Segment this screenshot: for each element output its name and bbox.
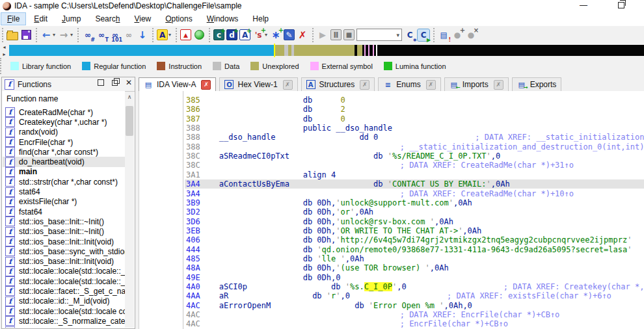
edit-icon[interactable]: ✎ — [284, 29, 295, 40]
ida-view-content[interactable]: 385db 0386db 2387db 0388public __dso_han… — [139, 91, 644, 329]
search-values-icon[interactable]: ∞# — [82, 29, 94, 41]
menu-options[interactable]: Options — [159, 13, 198, 25]
database-script-icon[interactable]: ▤! — [438, 29, 449, 41]
make-string-icon[interactable]: A+ — [239, 29, 250, 40]
menu-search[interactable]: Search — [89, 13, 126, 25]
tab-imports[interactable]: ▤←Imports✗ — [444, 77, 509, 91]
function-list-item[interactable]: f — [3, 326, 125, 328]
tab-hex-view-1[interactable]: OHex View-1✗ — [219, 77, 297, 91]
search-binary-icon[interactable]: ∞101 — [109, 29, 121, 41]
disasm-line[interactable]: 485db 'lle ',0Ah — [139, 254, 644, 263]
function-list-item[interactable]: fstd::ios_base::sync_with_stdio(b — [3, 246, 125, 256]
menu-help[interactable]: Help — [247, 13, 275, 25]
disasm-line[interactable]: 38CaSReadmeCI0pTxtdb '%s/README_C_I_0P.T… — [139, 151, 644, 161]
disasm-line[interactable]: 387db 0 — [139, 114, 644, 124]
menu-windows[interactable]: Windows — [201, 13, 245, 25]
disasm-line[interactable]: 388; __static_initialization_and_destruc… — [139, 142, 644, 151]
function-list-item[interactable]: fstd::ios_base::Init::Init(void) — [3, 237, 125, 246]
panel-restore-icon[interactable] — [112, 80, 118, 86]
disasm-line[interactable]: 4AC; DATA XREF: EncrFile(char *)+CB↑o — [139, 310, 644, 319]
function-list-item[interactable]: fstd::locale::locale(std::locale::_In — [3, 267, 125, 276]
function-list-item[interactable]: fstd::ios_base::Init::~Init() — [3, 217, 125, 226]
tab-enums[interactable]: ≡Enums✗ — [378, 77, 440, 91]
function-list-item[interactable]: fCreateRadMe(char *) — [3, 107, 125, 117]
open-file-icon[interactable] — [7, 29, 18, 41]
jump-address-icon[interactable]: ↓ — [137, 29, 148, 41]
panel-close-icon[interactable]: ✕ — [126, 79, 132, 86]
disasm-line[interactable]: 3D6db 0Dh,'unlock@rsv-box.com ',0Ah — [139, 217, 644, 226]
tab-close-icon[interactable]: ✗ — [494, 80, 503, 90]
debug-stop-icon[interactable]: ■ — [343, 29, 355, 40]
restore-button[interactable] — [611, 0, 631, 10]
chevron-down-icon[interactable]: ▾ — [53, 32, 55, 38]
function-list-item[interactable]: ffstat64 — [3, 207, 125, 217]
tab-close-icon[interactable]: ✗ — [426, 80, 436, 90]
chevron-down-icon[interactable]: ▾ — [168, 32, 171, 38]
function-list-item[interactable]: fstd::ios_base::Init::~Init() — [3, 227, 125, 237]
make-code-icon[interactable]: c+ — [213, 29, 224, 40]
menu-edit[interactable]: Edit — [28, 13, 53, 25]
debug-pause-icon[interactable]: Ⅱ — [330, 29, 342, 40]
back-icon[interactable]: ← — [40, 29, 52, 41]
problems-icon[interactable]: ▲ — [180, 29, 191, 40]
function-list-item[interactable]: fdo_heartbeat(void) — [3, 157, 125, 166]
disasm-line[interactable]: 386db 2 — [139, 105, 644, 114]
disasm-line[interactable]: 3D2db 0Dh,'or',0Ah — [139, 207, 644, 217]
disasm-line[interactable]: 385db 0 — [139, 96, 644, 105]
tab-structures[interactable]: AStructures✗ — [301, 77, 375, 91]
function-list-item[interactable]: fstd::locale::locale(std::locale cons — [3, 306, 125, 316]
undefine-icon[interactable]: ✗ — [297, 29, 308, 41]
navband-left-arrow[interactable]: ◂ — [1, 44, 8, 50]
disasm-line[interactable]: 4ACaErrorOpenMdb 'Error Open %m ',0Ah,0 — [139, 301, 644, 310]
disasm-line[interactable]: 48Adb 0Dh,'(use TOR browser) ',0Ah — [139, 263, 644, 272]
function-list-item[interactable]: fstd::locale::facet::_S_get_c_nam — [3, 286, 125, 296]
disasm-line[interactable]: 3A4aContactUsByEmadb 'CONTACT US BY EMAI… — [139, 179, 644, 189]
disasm-line[interactable]: 3B9db 0Dh,'unlock@support-mult.com',0Ah — [139, 198, 644, 207]
tab-exports[interactable]: ▤→Exports — [512, 77, 562, 91]
compile-icon[interactable]: C∗ — [404, 29, 416, 41]
function-list-item[interactable]: fstd::locale::_S_normalize_catego — [3, 316, 125, 326]
tab-ida-view-a[interactable]: ▤IDA View-A✗ — [139, 77, 216, 91]
minimize-button[interactable]: — — [574, 0, 593, 10]
search-text-icon[interactable]: ∞T — [96, 29, 107, 41]
disasm-line[interactable]: 4AAaRdb 'r',0; DATA XREF: existsFile(cha… — [139, 291, 644, 300]
function-list-item[interactable]: fstd::locale::locale(std::locale::_In — [3, 276, 125, 286]
disasm-line[interactable]: 3A1align 4 — [139, 170, 644, 179]
functions-panel-titlebar[interactable]: f Functions ✕ — [2, 77, 135, 92]
tab-close-icon[interactable]: ✗ — [283, 80, 293, 90]
disasm-line[interactable]: 3A4; DATA XREF: CreateRadMe(char *)+10↑o — [139, 189, 644, 198]
menu-view[interactable]: View — [128, 13, 157, 25]
string-literal-icon[interactable]: 's+ — [252, 29, 264, 41]
function-list-item[interactable]: fstd::ios_base::Init::Init(void) — [3, 256, 125, 266]
quick-compile-icon[interactable]: C▶ — [418, 29, 429, 41]
function-list-item[interactable]: fCreatekey(char *,uchar *) — [3, 117, 125, 127]
function-list-item[interactable]: fmain — [3, 167, 125, 177]
tab-close-icon[interactable]: ✗ — [201, 80, 211, 90]
debugger-combo[interactable]: ▾ — [356, 29, 402, 41]
disasm-line[interactable]: 4AC; EncrFile(char *)+CB↑o — [139, 319, 644, 328]
disasm-line[interactable]: 388public __dso_handle — [139, 124, 644, 133]
function-list-item[interactable]: ffind(char *,char const*) — [3, 147, 125, 157]
function-list-item[interactable]: frandx(void) — [3, 127, 125, 137]
menu-file[interactable]: File — [1, 13, 25, 25]
make-array-icon[interactable]: ∗+ — [270, 29, 282, 41]
make-data-icon[interactable]: d+ — [226, 29, 237, 40]
debug-start-icon[interactable]: ▶ — [317, 29, 329, 41]
set-colors-icon[interactable]: A — [157, 29, 168, 40]
panel-float-icon[interactable] — [98, 79, 104, 86]
chevron-down-icon[interactable]: ▾ — [70, 32, 73, 38]
breakpoint-del-icon[interactable]: ●× — [465, 29, 477, 41]
disasm-line[interactable]: 3EBdb 0Dh,'OR WRITE TO THE CHAT AT->',0A… — [139, 226, 644, 235]
function-list-item[interactable]: fstat64 — [3, 187, 125, 196]
disasm-line[interactable]: 4A0aSCI0pdb '%s.C_I_0P',0; DATA XREF: Cr… — [139, 282, 644, 291]
tab-close-icon[interactable]: ✗ — [360, 80, 369, 90]
lumina-icon[interactable] — [193, 29, 205, 41]
scroll-up-icon[interactable]: ∧ — [125, 92, 134, 101]
functions-scrollbar[interactable]: ∧ — [125, 92, 134, 328]
disasm-line[interactable]: 444db 'qd.onion/remote0/93868e77-1331-41… — [139, 245, 644, 254]
search-next-icon[interactable]: ∞ — [123, 29, 135, 41]
disasm-line[interactable]: 38C; DATA XREF: CreateRadMe(char *)+31↑o — [139, 161, 644, 170]
menu-jump[interactable]: Jump — [56, 13, 87, 25]
function-list-item[interactable]: fEncrFile(char *) — [3, 137, 125, 147]
function-list-item[interactable]: fexistsFile(char *) — [3, 197, 125, 207]
